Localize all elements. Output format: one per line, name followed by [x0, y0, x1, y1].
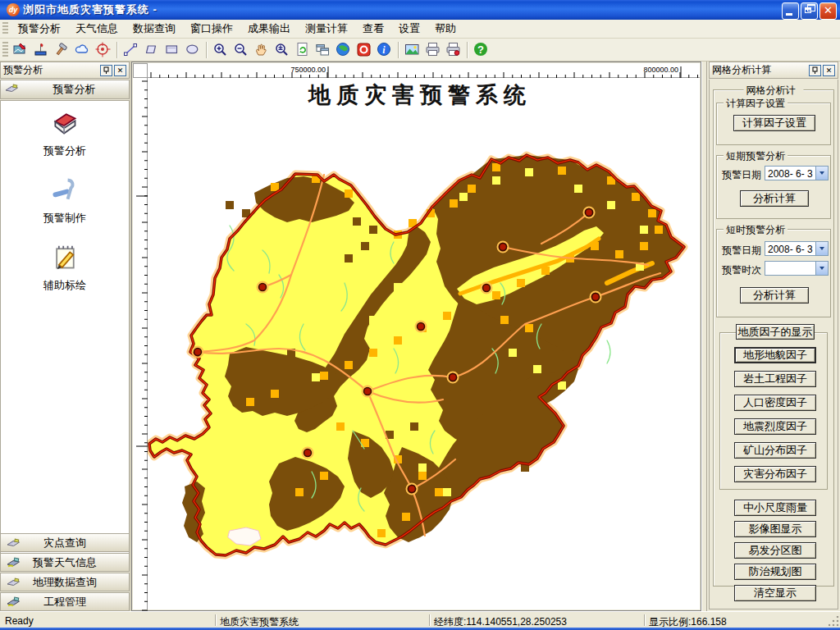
ruler-corner — [133, 63, 148, 78]
toolbar-separator — [467, 42, 468, 58]
info-button[interactable]: i — [374, 40, 395, 60]
zoom-extent-button[interactable] — [272, 40, 292, 60]
factor-button-4[interactable]: 地震烈度因子 — [734, 418, 816, 435]
draw-ellipse-button[interactable] — [182, 40, 203, 60]
panel-splitter[interactable] — [701, 62, 707, 611]
menu-item-2[interactable]: 天气信息 — [68, 19, 126, 39]
zoom-out-button[interactable] — [231, 40, 251, 60]
ruler-x-label: 800000.00 — [643, 66, 678, 74]
menu-item-8[interactable]: 设置 — [391, 19, 427, 39]
left-panel-pin-button[interactable] — [100, 65, 112, 76]
zoom-in-button[interactable] — [210, 40, 231, 60]
help-button[interactable]: ? — [471, 40, 491, 60]
left-panel-banner[interactable]: 预警分析 — [0, 80, 130, 99]
menu-item-9[interactable]: 帮助 — [427, 19, 463, 39]
short-time-analyze-button[interactable]: 分析计算 — [740, 287, 809, 304]
info-icon: i — [377, 42, 392, 57]
close-button[interactable]: ✕ — [819, 2, 837, 20]
restore-button[interactable] — [801, 2, 818, 20]
left-panel-bar-2[interactable]: 预警天气信息 — [0, 553, 130, 572]
short-time-label: 短时预警分析 — [724, 223, 788, 237]
left-panel-bar-4[interactable]: 工程管理 — [0, 592, 130, 611]
globe-icon — [336, 42, 351, 57]
display-button-1[interactable]: 中小尺度雨量 — [734, 500, 816, 516]
draw-polygon-button[interactable] — [141, 40, 162, 60]
right-panel: 网格分析计算 ✕ 网格分析计算 计算因子设置 计算因子设置 短期预警分析 预警日… — [707, 62, 840, 611]
left-panel-item-label: 预警制作 — [43, 211, 86, 226]
cloud-button[interactable] — [72, 40, 93, 60]
left-panel-bar-3[interactable]: 地理数据查询 — [0, 573, 130, 591]
map-cell — [410, 422, 418, 431]
stop-button[interactable] — [354, 40, 374, 60]
display-button-3[interactable]: 易发分区图 — [734, 542, 816, 559]
map-scene-button[interactable] — [11, 40, 31, 60]
short-time-period-dropdown[interactable] — [815, 262, 828, 275]
left-panel-close-button[interactable]: ✕ — [114, 65, 126, 76]
factor-button-5[interactable]: 矿山分布因子 — [734, 442, 816, 459]
menu-item-4[interactable]: 窗口操作 — [183, 19, 240, 39]
menu-item-6[interactable]: 测量计算 — [298, 19, 355, 39]
menu-item-5[interactable]: 成果输出 — [240, 19, 298, 39]
target-button[interactable] — [93, 40, 113, 60]
draw-rectangle-icon — [164, 42, 180, 57]
map-cell — [500, 455, 509, 463]
menubar-grip[interactable] — [2, 22, 8, 34]
map-cell — [648, 209, 656, 217]
close-icon: ✕ — [820, 4, 836, 16]
project-icon — [6, 594, 21, 609]
right-panel-pin-button[interactable] — [809, 65, 821, 76]
display-button-4[interactable]: 防治规划图 — [734, 564, 816, 580]
map-cell — [345, 254, 353, 262]
minimize-button[interactable] — [782, 2, 799, 20]
display-button-2[interactable]: 影像图显示 — [734, 521, 816, 537]
factor-setting-button[interactable]: 计算因子设置 — [733, 115, 815, 131]
menu-item-7[interactable]: 查看 — [355, 19, 391, 39]
menu-item-1[interactable]: 预警分析 — [11, 19, 68, 39]
map-cell — [418, 472, 427, 480]
map-cell — [607, 201, 615, 209]
hammer-button[interactable] — [52, 40, 72, 60]
factor-button-1[interactable]: 地形地貌因子 — [734, 347, 816, 363]
factor-button-6[interactable]: 灾害分布因子 — [734, 466, 816, 482]
short-term-analyze-button[interactable]: 分析计算 — [740, 190, 809, 207]
map-cell — [377, 529, 386, 537]
print-preview-button[interactable] — [443, 40, 463, 60]
map-cell — [459, 193, 468, 201]
short-term-date-combo[interactable]: 2008- 6- 3 — [765, 166, 829, 180]
map-cell — [369, 316, 377, 324]
geo-icon — [6, 574, 21, 590]
menu-item-3[interactable]: 数据查询 — [126, 19, 183, 39]
map-document: 750000.00800000.00 3150000.003100000.00 … — [131, 62, 701, 611]
hand-pen-icon — [51, 176, 79, 207]
left-panel-banner-label: 预警分析 — [20, 82, 129, 97]
pan-button[interactable] — [251, 40, 272, 60]
short-time-period-label: 预警时次 — [722, 263, 761, 277]
refresh-button[interactable] — [292, 40, 313, 60]
factor-button-2[interactable]: 岩土工程因子 — [734, 371, 816, 387]
copy-window-button[interactable] — [313, 40, 333, 60]
right-panel-close-button[interactable]: ✕ — [823, 65, 835, 76]
left-panel-bar-1[interactable]: 灾点查询 — [0, 533, 130, 552]
draw-line-button[interactable] — [121, 40, 141, 60]
left-panel-item-1[interactable]: 预警分析 — [1, 109, 129, 158]
globe-button[interactable] — [333, 40, 354, 60]
short-time-date-combo[interactable]: 2008- 6- 3 — [765, 241, 829, 256]
map-cell — [492, 291, 500, 299]
draw-rectangle-button[interactable] — [162, 40, 182, 60]
toolbar-grip[interactable] — [2, 42, 8, 57]
map-canvas[interactable]: 地质灾害预警系统 — [148, 78, 700, 609]
print-button[interactable] — [422, 40, 443, 60]
short-time-date-dropdown[interactable] — [815, 242, 828, 255]
short-term-date-dropdown[interactable] — [815, 167, 828, 180]
pin-flag-button[interactable] — [31, 40, 52, 60]
left-panel-item-3[interactable]: 辅助标绘 — [1, 244, 129, 293]
left-panel-item-2[interactable]: 预警制作 — [1, 176, 129, 226]
display-button-5[interactable]: 清空显示 — [734, 585, 816, 601]
factor-button-3[interactable]: 人口密度因子 — [734, 395, 816, 411]
map-cell — [517, 279, 525, 287]
map-cell — [369, 349, 377, 357]
image-button[interactable] — [402, 40, 422, 60]
draw-line-icon — [123, 42, 139, 57]
right-panel-header: 网格分析计算 ✕ — [709, 62, 838, 79]
short-time-period-combo[interactable] — [765, 261, 829, 276]
